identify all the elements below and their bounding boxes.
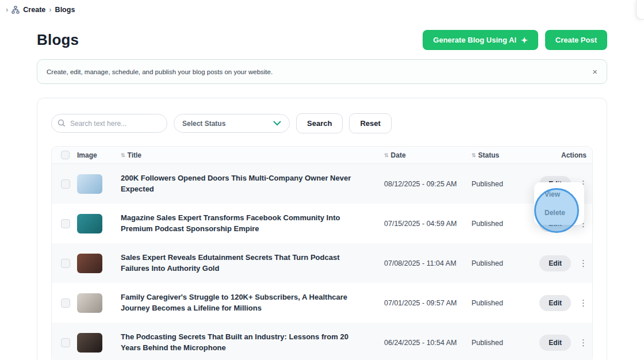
create-post-button[interactable]: Create Post bbox=[545, 30, 607, 50]
blog-date: 06/24/2025 - 10:54 AM bbox=[384, 339, 471, 347]
sort-icon[interactable]: ⇅ bbox=[471, 152, 476, 158]
col-status[interactable]: ⇅ Status bbox=[471, 151, 531, 159]
col-date-label: Date bbox=[391, 151, 406, 159]
generate-blog-ai-label: Generate Blog Using AI bbox=[433, 36, 516, 44]
row-checkbox[interactable] bbox=[61, 219, 70, 228]
col-date[interactable]: ⇅ Date bbox=[384, 151, 471, 159]
sitemap-icon bbox=[12, 6, 20, 14]
blogs-table: Image ⇅ Title ⇅ Date ⇅ Status Actions 20… bbox=[51, 146, 593, 360]
col-actions-label: Actions bbox=[561, 151, 586, 159]
blog-thumbnail bbox=[77, 174, 102, 194]
blog-title: 200K Followers Opened Doors This Multi-C… bbox=[121, 173, 384, 194]
status-select[interactable]: Select Status bbox=[174, 114, 290, 133]
status-badge: Published bbox=[471, 299, 531, 307]
blogs-card: Select Status Search Reset Image ⇅ Title… bbox=[37, 98, 607, 360]
page-title: Blogs bbox=[37, 31, 79, 49]
blog-title: Magazine Sales Expert Transforms Faceboo… bbox=[121, 213, 384, 233]
kebab-menu-icon[interactable]: ⋮ bbox=[579, 259, 588, 267]
col-image: Image bbox=[77, 151, 121, 159]
table-row: The Podcasting Secrets That Built an Ind… bbox=[52, 323, 592, 360]
table-row: Family Caregiver's Struggle to 120K+ Sub… bbox=[52, 283, 592, 323]
search-input[interactable] bbox=[51, 114, 167, 133]
header-checkbox-cell bbox=[52, 151, 77, 159]
row-checkbox[interactable] bbox=[61, 179, 70, 189]
blog-date: 07/01/2025 - 09:57 AM bbox=[384, 299, 471, 307]
kebab-menu-icon[interactable]: ⋮ bbox=[579, 298, 588, 307]
blog-thumbnail bbox=[77, 293, 102, 313]
blog-thumbnail bbox=[77, 254, 102, 273]
table-row: Magazine Sales Expert Transforms Faceboo… bbox=[52, 204, 592, 243]
row-actions-menu: View Delete bbox=[534, 182, 584, 225]
blog-date: 08/12/2025 - 09:25 AM bbox=[384, 180, 471, 188]
sort-icon[interactable]: ⇅ bbox=[384, 152, 389, 158]
breadcrumb-blogs[interactable]: Blogs bbox=[55, 6, 75, 14]
search-button[interactable]: Search bbox=[296, 113, 343, 133]
breadcrumb: › Create › Blogs bbox=[0, 0, 644, 18]
row-checkbox[interactable] bbox=[61, 338, 70, 347]
chevron-down-icon bbox=[273, 121, 281, 126]
edit-button[interactable]: Edit bbox=[539, 255, 571, 271]
menu-item-delete[interactable]: Delete bbox=[534, 204, 584, 222]
col-title-label: Title bbox=[128, 151, 141, 159]
filter-bar: Select Status Search Reset bbox=[51, 113, 593, 133]
col-actions: Actions bbox=[531, 151, 592, 159]
status-badge: Published bbox=[471, 339, 531, 347]
search-icon bbox=[57, 119, 66, 127]
chevron-right-icon: › bbox=[49, 5, 51, 14]
col-status-label: Status bbox=[478, 151, 500, 159]
chevron-right-icon: › bbox=[6, 5, 8, 14]
blog-title: Family Caregiver's Struggle to 120K+ Sub… bbox=[121, 292, 384, 313]
breadcrumb-create[interactable]: Create bbox=[23, 6, 45, 14]
col-title[interactable]: ⇅ Title bbox=[121, 151, 384, 159]
page-header: Blogs Generate Blog Using AI ✦ Create Po… bbox=[37, 30, 607, 50]
search-box bbox=[51, 114, 167, 133]
blog-thumbnail bbox=[77, 333, 102, 353]
blog-date: 07/15/2025 - 04:59 AM bbox=[384, 220, 471, 228]
info-banner: Create, edit, manage, schedule, and publ… bbox=[37, 59, 607, 84]
sort-icon[interactable]: ⇅ bbox=[121, 152, 125, 158]
blog-title: Sales Expert Reveals Edutainment Secrets… bbox=[121, 252, 384, 273]
table-row: Sales Expert Reveals Edutainment Secrets… bbox=[52, 243, 592, 283]
info-banner-text: Create, edit, manage, schedule, and publ… bbox=[47, 68, 273, 75]
kebab-menu-icon[interactable]: ⋮ bbox=[579, 338, 588, 347]
close-icon[interactable]: × bbox=[592, 67, 597, 76]
table-row: 200K Followers Opened Doors This Multi-C… bbox=[52, 164, 592, 204]
create-post-label: Create Post bbox=[555, 36, 597, 44]
col-image-label: Image bbox=[77, 151, 97, 159]
generate-blog-ai-button[interactable]: Generate Blog Using AI ✦ bbox=[423, 30, 538, 50]
row-checkbox[interactable] bbox=[61, 298, 70, 308]
edit-button[interactable]: Edit bbox=[539, 295, 571, 311]
reset-button[interactable]: Reset bbox=[349, 113, 391, 133]
menu-item-view[interactable]: View bbox=[534, 185, 584, 204]
status-badge: Published bbox=[471, 220, 531, 228]
select-all-checkbox[interactable] bbox=[61, 151, 70, 159]
table-header: Image ⇅ Title ⇅ Date ⇅ Status Actions bbox=[52, 147, 592, 164]
edit-button[interactable]: Edit bbox=[539, 335, 571, 351]
blog-title: The Podcasting Secrets That Built an Ind… bbox=[121, 332, 384, 353]
status-badge: Published bbox=[471, 259, 531, 267]
status-badge: Published bbox=[471, 180, 531, 188]
header-actions: Generate Blog Using AI ✦ Create Post bbox=[423, 30, 607, 50]
status-select-value: Select Status bbox=[182, 120, 225, 128]
blog-thumbnail bbox=[77, 214, 102, 233]
row-checkbox[interactable] bbox=[61, 259, 70, 268]
cutoff-floating-panel bbox=[636, 0, 644, 20]
blog-date: 07/08/2025 - 11:04 AM bbox=[384, 259, 471, 267]
sparkle-icon: ✦ bbox=[521, 36, 528, 44]
